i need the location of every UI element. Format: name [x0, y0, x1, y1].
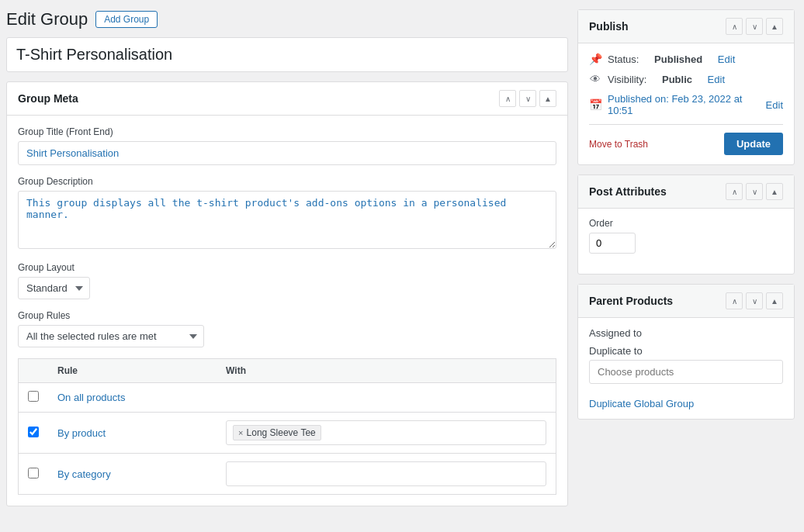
- attr-collapse-down[interactable]: ∨: [746, 183, 763, 200]
- page-header: Edit Group Add Group: [6, 9, 568, 29]
- col-with-header: With: [217, 359, 556, 383]
- attr-collapse-up[interactable]: ∧: [726, 183, 743, 200]
- duplicate-to-label: Duplicate to: [589, 345, 643, 357]
- rules-select[interactable]: All the selected rules are met Any of th…: [18, 325, 204, 347]
- by-product-label: By product: [57, 427, 106, 439]
- post-attributes-body: Order: [578, 209, 794, 274]
- visibility-value: Public: [662, 74, 692, 85]
- publish-collapse-up[interactable]: ∧: [726, 18, 743, 35]
- rule-with-cell: [217, 383, 556, 413]
- all-products-checkbox[interactable]: [28, 391, 39, 402]
- visibility-row: 👁 Visibility: Public Edit: [589, 73, 783, 85]
- parent-collapse-up[interactable]: ∧: [726, 292, 743, 309]
- parent-products-controls: ∧ ∨ ▲: [726, 292, 783, 309]
- publish-panel-controls: ∧ ∨ ▲: [726, 18, 783, 35]
- tag-label: Long Sleeve Tee: [247, 427, 316, 438]
- collapse-up-button[interactable]: ∧: [499, 90, 516, 107]
- description-textarea[interactable]: This group displays all the t-shirt prod…: [18, 191, 556, 249]
- row-check-cell: [19, 454, 49, 495]
- parent-toggle[interactable]: ▲: [766, 292, 783, 309]
- visibility-edit-link[interactable]: Edit: [708, 74, 725, 85]
- published-row: 📅 Published on: Feb 23, 2022 at 10:51 Ed…: [589, 93, 783, 116]
- parent-collapse-down[interactable]: ∨: [746, 292, 763, 309]
- by-product-checkbox[interactable]: [28, 427, 39, 437]
- group-meta-panel-header: Group Meta ∧ ∨ ▲: [7, 82, 567, 116]
- front-end-title-row: Group Title (Front End): [18, 126, 556, 165]
- calendar-icon: 📅: [589, 98, 601, 111]
- front-end-title-label: Group Title (Front End): [18, 126, 556, 137]
- product-tag: × Long Sleeve Tee: [233, 425, 321, 440]
- pin-icon: 📌: [589, 53, 601, 65]
- duplicate-global-link[interactable]: Duplicate Global Group: [589, 398, 694, 409]
- rule-name-cell: By category: [48, 454, 217, 495]
- publish-panel-header: Publish ∧ ∨ ▲: [578, 10, 794, 43]
- assigned-to-label: Assigned to: [589, 327, 642, 339]
- publish-panel-title: Publish: [589, 20, 629, 33]
- status-value: Published: [654, 54, 702, 65]
- post-attributes-title: Post Attributes: [589, 185, 667, 198]
- table-row: On all products: [19, 383, 556, 413]
- front-end-title-input[interactable]: [18, 141, 556, 165]
- rule-name-cell: On all products: [48, 383, 217, 413]
- description-row: Group Description This group displays al…: [18, 176, 556, 251]
- post-attributes-panel: Post Attributes ∧ ∨ ▲ Order: [577, 174, 795, 275]
- col-checkbox: [19, 359, 49, 383]
- status-label: Status:: [608, 54, 639, 65]
- publish-panel-body: 📌 Status: Published Edit 👁 Visibility: P…: [578, 43, 794, 164]
- rule-with-cell[interactable]: × Long Sleeve Tee: [217, 413, 556, 454]
- by-category-tag-input[interactable]: [226, 461, 546, 486]
- rule-with-cell[interactable]: [217, 454, 556, 495]
- group-meta-body: Group Title (Front End) Group Descriptio…: [7, 116, 567, 506]
- by-product-tag-input[interactable]: × Long Sleeve Tee: [226, 420, 546, 445]
- publish-panel: Publish ∧ ∨ ▲ 📌 Status: Published Edit �: [577, 9, 795, 165]
- parent-products-body: Assigned to Duplicate to Duplicate Globa…: [578, 318, 794, 419]
- visibility-label: Visibility:: [608, 74, 646, 85]
- layout-select[interactable]: Standard Grid List: [18, 277, 90, 299]
- published-date-label: Published on: Feb 23, 2022 at 10:51: [608, 93, 750, 116]
- row-check-cell: [19, 413, 49, 454]
- group-meta-title: Group Meta: [18, 92, 78, 105]
- order-row: Order: [589, 218, 783, 254]
- assigned-to-row: Assigned to: [589, 327, 783, 339]
- table-row: By product × Long Sleeve Tee: [19, 413, 556, 454]
- order-label: Order: [589, 218, 783, 229]
- table-row: By category: [19, 454, 556, 495]
- attr-toggle[interactable]: ▲: [766, 183, 783, 200]
- publish-actions: Move to Trash Update: [589, 124, 783, 155]
- page-title: Edit Group: [6, 9, 88, 29]
- layout-label: Group Layout: [18, 262, 556, 273]
- parent-products-panel: Parent Products ∧ ∨ ▲ Assigned to Duplic…: [577, 284, 795, 420]
- parent-products-title: Parent Products: [589, 295, 673, 307]
- add-group-button[interactable]: Add Group: [95, 11, 158, 28]
- by-category-checkbox[interactable]: [28, 468, 39, 478]
- rule-name-cell: By product: [48, 413, 217, 454]
- all-products-label: On all products: [57, 392, 125, 403]
- rules-label: Group Rules: [18, 310, 556, 321]
- row-check-cell: [19, 383, 49, 413]
- choose-products-input[interactable]: [589, 360, 783, 384]
- panel-controls: ∧ ∨ ▲: [499, 90, 556, 107]
- eye-icon: 👁: [589, 73, 601, 85]
- status-edit-link[interactable]: Edit: [718, 54, 735, 65]
- post-attributes-controls: ∧ ∨ ▲: [726, 183, 783, 200]
- rules-table: Rule With On all products: [18, 358, 556, 495]
- publish-collapse-down[interactable]: ∨: [746, 18, 763, 35]
- order-input[interactable]: [589, 233, 636, 254]
- rules-table-header: Rule With: [19, 359, 556, 383]
- duplicate-to-row: Duplicate to: [589, 345, 783, 392]
- group-meta-panel: Group Meta ∧ ∨ ▲ Group Title (Front End)…: [6, 81, 568, 506]
- collapse-toggle-button[interactable]: ▲: [539, 90, 556, 107]
- move-to-trash-link[interactable]: Move to Trash: [589, 139, 648, 150]
- description-label: Group Description: [18, 176, 556, 187]
- collapse-down-button[interactable]: ∨: [519, 90, 536, 107]
- update-button[interactable]: Update: [724, 133, 783, 155]
- status-row: 📌 Status: Published Edit: [589, 53, 783, 65]
- publish-toggle[interactable]: ▲: [766, 18, 783, 35]
- sidebar: Publish ∧ ∨ ▲ 📌 Status: Published Edit �: [577, 9, 795, 516]
- col-rule-header: Rule: [48, 359, 217, 383]
- published-edit-link[interactable]: Edit: [766, 99, 783, 111]
- by-category-label: By category: [57, 468, 111, 480]
- post-attributes-header: Post Attributes ∧ ∨ ▲: [578, 175, 794, 209]
- tag-remove-icon[interactable]: ×: [238, 428, 243, 437]
- group-name-input[interactable]: [6, 37, 568, 72]
